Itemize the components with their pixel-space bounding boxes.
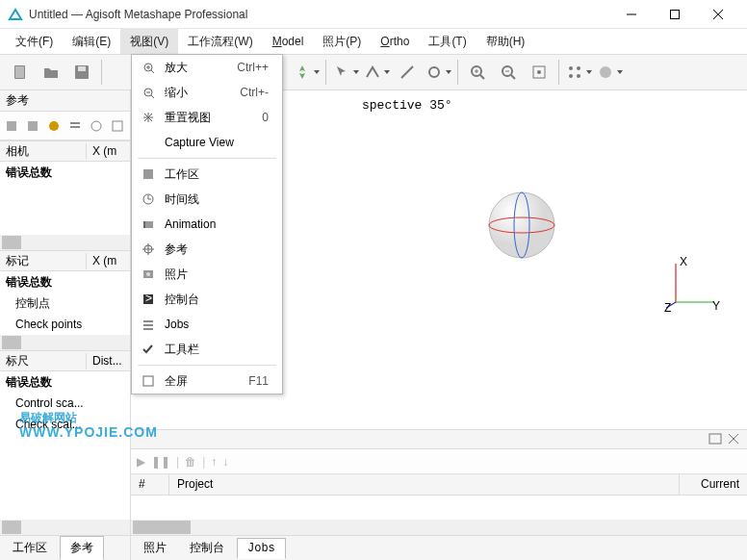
- ref-settings-button[interactable]: [65, 116, 85, 136]
- svg-text:X: X: [680, 256, 687, 268]
- view-menu-item-8[interactable]: 参考: [132, 237, 282, 262]
- cameras-row-errors[interactable]: 错误总数: [0, 162, 130, 183]
- display-mode-button[interactable]: [564, 58, 593, 87]
- fit-view-button[interactable]: [525, 58, 554, 87]
- svg-line-8: [401, 66, 413, 78]
- jobs-pause-icon[interactable]: ❚❚: [151, 455, 170, 469]
- svg-point-9: [429, 67, 439, 77]
- ruler-header: 标尺 Dist...: [0, 350, 130, 371]
- view-dropdown: 放大Ctrl++缩小Ctrl+-重置视图0Capture View工作区时间线A…: [131, 54, 283, 395]
- view-menu-item-0[interactable]: 放大Ctrl++: [132, 55, 282, 80]
- svg-rect-70: [143, 376, 153, 386]
- ruler-tool[interactable]: [393, 58, 422, 87]
- menu-edit[interactable]: 编辑(E): [63, 29, 120, 54]
- ref-convert-button[interactable]: [44, 116, 64, 136]
- svg-point-21: [569, 74, 573, 78]
- menu-view[interactable]: 视图(V): [120, 29, 178, 54]
- new-button[interactable]: [6, 58, 35, 87]
- markers-scroll[interactable]: [0, 335, 130, 350]
- jobs-float-icon[interactable]: [708, 433, 724, 446]
- cameras-col-x[interactable]: X (m: [87, 144, 130, 158]
- markers-col-name[interactable]: 标记: [0, 253, 87, 269]
- view-menu-item-6[interactable]: 时间线: [132, 187, 282, 212]
- ref-export-button[interactable]: [23, 116, 42, 136]
- jobs-col-num[interactable]: #: [131, 474, 169, 495]
- ref-update-button[interactable]: [108, 116, 127, 136]
- axis-gizmo: X Y Z: [664, 256, 722, 314]
- view-menu-item-7[interactable]: Animation: [132, 212, 282, 237]
- ruler-scroll[interactable]: [0, 520, 130, 535]
- minimize-button[interactable]: [609, 0, 653, 28]
- markers-col-x[interactable]: X (m: [87, 254, 130, 267]
- jobs-col-current[interactable]: Current: [680, 474, 747, 495]
- menu-file[interactable]: 文件(F): [6, 29, 63, 54]
- markers-row-errors[interactable]: 错误总数: [0, 271, 130, 293]
- view-menu-item-3[interactable]: Capture View: [132, 130, 282, 155]
- view-menu-item-5[interactable]: 工作区: [132, 162, 282, 187]
- markers-row-control[interactable]: 控制点: [0, 293, 130, 314]
- view-menu-item-14[interactable]: 全屏F11: [132, 369, 282, 394]
- svg-line-48: [151, 95, 154, 98]
- jobs-down-icon[interactable]: ↓: [222, 455, 228, 469]
- reference-toolbar: [0, 112, 130, 140]
- view-menu-item-9[interactable]: 照片: [132, 262, 282, 287]
- jobs-close-icon[interactable]: [728, 433, 743, 446]
- jobs-up-icon[interactable]: ↑: [211, 455, 217, 469]
- menu-tools[interactable]: 工具(T): [419, 29, 476, 54]
- zoom-in-button[interactable]: [463, 58, 492, 87]
- navigate-button[interactable]: [292, 58, 321, 87]
- jobs-table-body: [131, 496, 747, 516]
- svg-rect-5: [15, 66, 24, 78]
- jobs-scroll[interactable]: [131, 520, 747, 535]
- svg-point-26: [49, 121, 59, 131]
- tab-jobs[interactable]: Jobs: [237, 538, 286, 559]
- close-button[interactable]: [696, 0, 739, 28]
- cameras-scroll[interactable]: [0, 235, 130, 250]
- tab-workspace[interactable]: 工作区: [2, 536, 58, 560]
- view-menu-item-11[interactable]: Jobs: [132, 312, 282, 337]
- view-menu-item-1[interactable]: 缩小Ctrl+-: [132, 80, 282, 105]
- zoom-out-icon: [138, 86, 159, 99]
- timeline-icon: [138, 192, 159, 206]
- perspective-label: spective 35°: [362, 98, 452, 113]
- left-bottom-tabs: 工作区 参考: [0, 535, 130, 560]
- region-tool[interactable]: [362, 58, 391, 87]
- tab-photos[interactable]: 照片: [133, 536, 177, 560]
- svg-line-44: [151, 70, 154, 73]
- zoom-out-button[interactable]: [494, 58, 523, 87]
- ruler-row-control[interactable]: Control sca...: [0, 393, 130, 414]
- cameras-col-name[interactable]: 相机: [0, 143, 87, 160]
- svg-point-64: [146, 272, 150, 276]
- jobs-col-project[interactable]: Project: [169, 474, 680, 495]
- ref-import-button[interactable]: [2, 116, 21, 136]
- ruler-row-errors[interactable]: 错误总数: [0, 371, 130, 393]
- reference-panel-title: 参考: [0, 90, 130, 112]
- svg-rect-25: [28, 121, 38, 131]
- ruler-row-check[interactable]: Check scal...: [0, 414, 130, 435]
- markers-row-check[interactable]: Check points: [0, 314, 130, 335]
- ruler-col-name[interactable]: 标尺: [0, 353, 87, 369]
- ref-optimize-button[interactable]: [87, 116, 106, 136]
- menu-model[interactable]: Model: [263, 29, 314, 54]
- maximize-button[interactable]: [653, 0, 696, 28]
- menu-workflow[interactable]: 工作流程(W): [178, 29, 262, 54]
- view-menu-item-12[interactable]: 工具栏: [132, 337, 282, 362]
- view-menu-item-10[interactable]: >控制台: [132, 287, 282, 312]
- show-items-button[interactable]: [595, 58, 624, 87]
- select-tool[interactable]: [331, 58, 360, 87]
- open-button[interactable]: [37, 58, 65, 87]
- view-menu-item-2[interactable]: 重置视图0: [132, 105, 282, 130]
- jobs-delete-icon[interactable]: 🗑: [185, 455, 196, 469]
- menu-photo[interactable]: 照片(P): [313, 29, 371, 54]
- tab-console[interactable]: 控制台: [179, 536, 235, 560]
- svg-rect-1: [670, 10, 679, 18]
- ruler-col-dist[interactable]: Dist...: [87, 354, 130, 368]
- svg-text:Z: Z: [664, 301, 671, 314]
- marker-tool[interactable]: [424, 58, 452, 87]
- tab-reference[interactable]: 参考: [60, 536, 104, 560]
- jobs-play-icon[interactable]: ▶: [137, 455, 145, 469]
- menu-ortho[interactable]: Ortho: [371, 29, 419, 54]
- save-button[interactable]: [67, 58, 96, 87]
- menu-help[interactable]: 帮助(H): [477, 29, 535, 54]
- check-icon: [138, 343, 159, 356]
